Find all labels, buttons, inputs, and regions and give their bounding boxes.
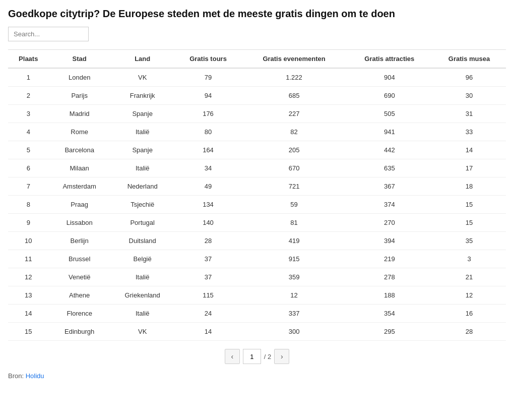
table-cell: Madrid [49,105,110,123]
table-cell: 30 [432,87,506,105]
table-cell: 10 [8,232,49,250]
search-input[interactable] [8,27,89,41]
page-number-input[interactable] [243,349,261,364]
table-cell: 49 [175,177,242,196]
table-cell: Edinburgh [49,323,110,341]
prev-page-button[interactable]: ‹ [225,349,240,364]
next-page-button[interactable]: › [274,349,289,364]
table-cell: 13 [8,286,49,305]
table-cell: 15 [432,214,506,232]
source-label: Bron: [8,372,24,380]
pagination: ‹ / 2 › [8,349,506,364]
table-cell: Italië [110,159,175,177]
table-cell: 94 [175,87,242,105]
table-cell: 11 [8,250,49,268]
table-cell: Duitsland [110,232,175,250]
table-cell: 295 [347,323,433,341]
table-cell: 21 [432,268,506,286]
table-cell: Lissabon [49,214,110,232]
table-cell: 37 [175,250,242,268]
table-row: 11BrusselBelgië379152193 [8,250,506,268]
table-cell: 419 [242,232,347,250]
table-cell: Berlijn [49,232,110,250]
table-cell: Spanje [110,141,175,159]
table-row: 15EdinburghVK1430029528 [8,323,506,341]
source-link[interactable]: Holidu [26,372,44,380]
table-row: 13AtheneGriekenland1151218812 [8,286,506,305]
table-cell: 80 [175,123,242,141]
table-header-row: Plaats Stad Land Gratis tours Gratis eve… [8,50,506,69]
table-cell: Amsterdam [49,177,110,196]
table-cell: 24 [175,305,242,323]
table-cell: Italië [110,268,175,286]
table-row: 3MadridSpanje17622750531 [8,105,506,123]
col-header-gratis-evenementen: Gratis evenementen [242,50,347,69]
search-container [8,27,506,41]
table-cell: 14 [432,141,506,159]
table-cell: Spanje [110,105,175,123]
table-cell: 941 [347,123,433,141]
col-header-gratis-attracties: Gratis attracties [347,50,433,69]
table-cell: 164 [175,141,242,159]
table-cell: 17 [432,159,506,177]
table-cell: België [110,250,175,268]
col-header-land: Land [110,50,175,69]
table-cell: 16 [432,305,506,323]
table-cell: Milaan [49,159,110,177]
table-cell: Brussel [49,250,110,268]
table-cell: 8 [8,196,49,214]
table-cell: 2 [8,87,49,105]
table-cell: 4 [8,123,49,141]
table-cell: 205 [242,141,347,159]
table-cell: Portugal [110,214,175,232]
table-row: 1LondenVK791.22290496 [8,68,506,87]
table-cell: Rome [49,123,110,141]
table-cell: Florence [49,305,110,323]
table-cell: 1.222 [242,68,347,87]
table-cell: 278 [347,268,433,286]
table-row: 9LissabonPortugal1408127015 [8,214,506,232]
table-cell: 367 [347,177,433,196]
table-row: 2ParijsFrankrijk9468569030 [8,87,506,105]
table-cell: 337 [242,305,347,323]
table-cell: 176 [175,105,242,123]
table-cell: 28 [432,323,506,341]
table-cell: Parijs [49,87,110,105]
table-cell: Londen [49,68,110,87]
page-total: / 2 [264,353,271,361]
table-cell: 79 [175,68,242,87]
col-header-gratis-tours: Gratis tours [175,50,242,69]
table-cell: 14 [8,305,49,323]
table-row: 6MilaanItalië3467063517 [8,159,506,177]
col-header-gratis-musea: Gratis musea [432,50,506,69]
table-cell: VK [110,68,175,87]
table-cell: 35 [432,232,506,250]
table-cell: Italië [110,123,175,141]
source-container: Bron: Holidu [8,372,506,380]
table-cell: 5 [8,141,49,159]
table-cell: 12 [8,268,49,286]
table-cell: 18 [432,177,506,196]
table-cell: Barcelona [49,141,110,159]
table-cell: 7 [8,177,49,196]
table-cell: 28 [175,232,242,250]
table-cell: 15 [8,323,49,341]
table-cell: 37 [175,268,242,286]
table-cell: 59 [242,196,347,214]
table-cell: 227 [242,105,347,123]
table-cell: 721 [242,177,347,196]
table-row: 4RomeItalië808294133 [8,123,506,141]
table-cell: Tsjechië [110,196,175,214]
table-cell: Italië [110,305,175,323]
table-cell: 134 [175,196,242,214]
table-cell: 96 [432,68,506,87]
table-cell: 15 [432,196,506,214]
table-row: 5BarcelonaSpanje16420544214 [8,141,506,159]
table-row: 12VenetiëItalië3735927821 [8,268,506,286]
table-cell: 904 [347,68,433,87]
table-cell: 915 [242,250,347,268]
table-cell: 81 [242,214,347,232]
table-cell: 374 [347,196,433,214]
table-cell: Venetië [49,268,110,286]
table-row: 10BerlijnDuitsland2841939435 [8,232,506,250]
